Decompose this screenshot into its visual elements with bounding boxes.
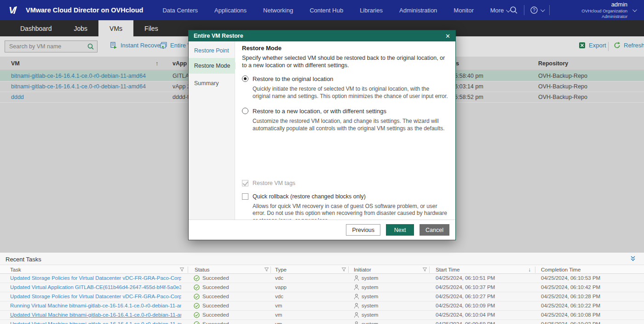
column-type[interactable]: Type — [275, 267, 287, 272]
brand-title: VMware Cloud Director on OVHcloud — [26, 6, 143, 14]
sort-desc-icon[interactable]: ↓ — [528, 266, 531, 273]
nav-more[interactable]: More — [490, 7, 510, 14]
tab-jobs[interactable]: Jobs — [63, 20, 99, 36]
checkbox-unchecked-icon[interactable] — [242, 193, 248, 200]
restore-mode-panel: Restore Mode Specify whether selected VM… — [236, 41, 455, 220]
option-restore-original[interactable]: Restore to the original location — [242, 75, 448, 82]
success-icon — [194, 321, 200, 324]
main-menu: Data Centers Applications Networking Con… — [162, 7, 509, 14]
divider — [535, 266, 535, 273]
option-restore-new-desc: Customize the restored VM location, and … — [253, 118, 448, 132]
user-icon — [354, 321, 359, 324]
search-input[interactable] — [9, 43, 87, 50]
filter-icon[interactable] — [341, 267, 346, 272]
column-status[interactable]: Status — [195, 267, 210, 272]
column-initiator[interactable]: Initiator — [354, 267, 371, 272]
user-icon — [354, 284, 359, 290]
task-link[interactable]: Updated Virtual Machine bitnami-gitlab-c… — [10, 312, 181, 318]
filter-icon[interactable] — [422, 267, 427, 272]
refresh-button[interactable]: Refresh — [614, 42, 644, 49]
user-name: admin — [555, 1, 627, 8]
close-icon[interactable]: ✕ — [445, 33, 450, 39]
tasks-table-header: Task Status Type Initiator Start Time ↓ … — [0, 265, 644, 274]
panel-heading: Restore Mode — [242, 45, 448, 52]
quick-rollback-desc: Allows for quick VM recovery in case of … — [253, 203, 448, 220]
task-row[interactable]: Updated Storage Policies for Virtual Dat… — [0, 292, 644, 301]
task-link[interactable]: Updated Virtual Machine bitnami-gitlab-c… — [10, 321, 181, 324]
instant-recovery-button[interactable]: Instant Recovery — [110, 42, 166, 49]
task-link[interactable]: Updated Storage Policies for Virtual Dat… — [10, 294, 181, 299]
refresh-icon — [614, 42, 621, 49]
task-link[interactable]: Running Virtual Machine bitnami-gitlab-c… — [10, 303, 181, 308]
task-row[interactable]: Updated Virtual Application GITLAB-CE(61… — [0, 283, 644, 292]
export-button[interactable]: Export — [579, 42, 606, 49]
dialog-header: Entire VM Restore ✕ — [189, 30, 455, 41]
brand: V VMware Cloud Director on OVHcloud — [8, 5, 143, 15]
recent-tasks-panel: Recent Tasks Task Status Type Initiator … — [0, 252, 644, 324]
divider — [549, 5, 550, 15]
search-icon[interactable] — [509, 6, 518, 15]
radio-selected-icon[interactable] — [242, 75, 248, 82]
vm-link[interactable]: bitnami-gitlab-ce-16-16.4.1-ce.0-r0-debi… — [11, 83, 146, 90]
user-icon — [354, 294, 359, 300]
nav-applications[interactable]: Applications — [214, 7, 247, 14]
instant-recovery-icon — [110, 42, 117, 49]
help-icon[interactable]: ? — [530, 6, 544, 14]
quick-rollback-checkbox[interactable]: Quick rollback (restore changed blocks o… — [242, 193, 448, 200]
dialog-footer: Previous Next Cancel — [189, 220, 455, 240]
collapse-double-chevron-icon[interactable] — [629, 255, 637, 262]
checkbox-checked-disabled-icon — [242, 180, 248, 186]
task-row[interactable]: Updated Virtual Machine bitnami-gitlab-c… — [0, 311, 644, 320]
radio-unselected-icon[interactable] — [242, 108, 248, 114]
nav-monitor[interactable]: Monitor — [454, 7, 473, 14]
vm-link[interactable]: dddd — [11, 94, 24, 100]
task-link[interactable]: Updated Storage Policies for Virtual Dat… — [10, 275, 181, 281]
entire-vm-restore-dialog: Entire VM Restore ✕ Restore Point Restor… — [188, 30, 456, 240]
column-completion-time[interactable]: Completion Time — [541, 267, 581, 272]
divider — [608, 42, 609, 51]
task-row[interactable]: Updated Virtual Machine bitnami-gitlab-c… — [0, 320, 644, 324]
vm-link[interactable]: bitnami-gitlab-ce-16-16.4.1-ce.0-r0-debi… — [11, 73, 146, 79]
filter-icon[interactable] — [179, 267, 184, 272]
task-row[interactable]: Running Virtual Machine bitnami-gitlab-c… — [0, 301, 644, 311]
divider — [524, 5, 524, 15]
nav-administration[interactable]: Administration — [399, 7, 437, 14]
sort-asc-icon[interactable]: ↑ — [155, 60, 158, 67]
user-menu[interactable]: admin OVHcloud Organization Administrato… — [555, 1, 636, 19]
tab-files[interactable]: Files — [133, 20, 169, 36]
column-task[interactable]: Task — [10, 267, 21, 272]
column-start-time[interactable]: Start Time — [436, 267, 460, 272]
entire-vm-icon — [160, 42, 167, 49]
nav-libraries[interactable]: Libraries — [360, 7, 383, 14]
user-icon — [354, 303, 359, 309]
wizard-steps: Restore Point Restore Mode Summary — [189, 41, 235, 220]
task-link[interactable]: Updated Virtual Application GITLAB-CE(61… — [10, 284, 181, 290]
next-button[interactable]: Next — [386, 224, 414, 236]
question-circle-icon: ? — [530, 6, 538, 14]
divider — [348, 266, 349, 273]
top-nav: V VMware Cloud Director on OVHcloud Data… — [0, 0, 644, 20]
nav-data-centers[interactable]: Data Centers — [162, 7, 198, 14]
task-row[interactable]: Updated Storage Policies for Virtual Dat… — [0, 274, 644, 283]
success-icon — [194, 303, 200, 309]
cancel-button[interactable]: Cancel — [420, 224, 449, 236]
step-restore-mode[interactable]: Restore Mode — [189, 58, 235, 74]
dialog-title: Entire VM Restore — [194, 33, 445, 39]
chevron-down-icon — [540, 7, 545, 12]
recent-tasks-title: Recent Tasks — [6, 256, 41, 263]
option-restore-new[interactable]: Restore to a new location, or with diffe… — [242, 108, 448, 115]
vmware-logo-icon: V — [8, 5, 21, 15]
column-vapp[interactable]: vApp — [172, 60, 187, 67]
tab-vms[interactable]: VMs — [98, 20, 133, 36]
user-icon — [354, 275, 359, 281]
filter-icon[interactable] — [264, 267, 269, 272]
search-icon[interactable] — [87, 43, 94, 50]
tab-dashboard[interactable]: Dashboard — [9, 20, 63, 36]
nav-networking[interactable]: Networking — [263, 7, 293, 14]
previous-button[interactable]: Previous — [346, 224, 380, 236]
step-restore-point[interactable]: Restore Point — [189, 45, 235, 57]
user-icon — [354, 312, 359, 318]
column-repository[interactable]: Repository — [538, 60, 568, 67]
nav-content-hub[interactable]: Content Hub — [310, 7, 343, 14]
column-vm[interactable]: VM — [11, 60, 20, 67]
